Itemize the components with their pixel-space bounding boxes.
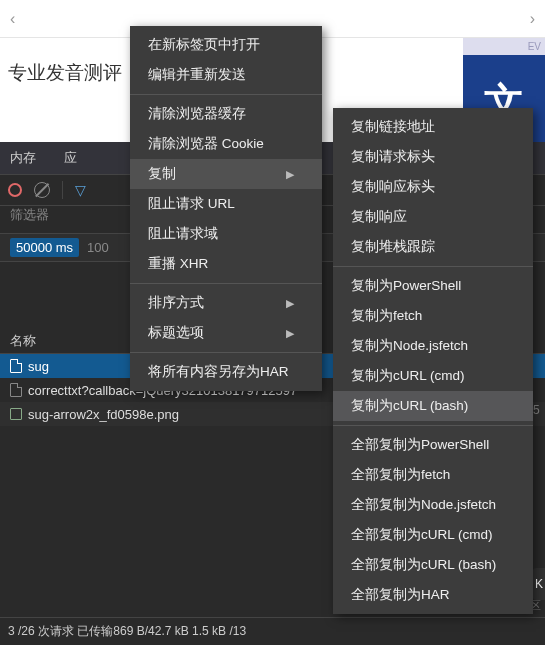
menu-copy-nodefetch[interactable]: 复制为Node.jsfetch [333, 331, 533, 361]
blue-stripe: EV [463, 38, 545, 55]
time-100[interactable]: 100 [87, 240, 109, 255]
menu-copy-all-powershell[interactable]: 全部复制为PowerShell [333, 430, 533, 460]
menu-copy-stack[interactable]: 复制堆栈跟踪 [333, 232, 533, 262]
menu-header-options[interactable]: 标题选项▶ [130, 318, 322, 348]
menu-separator [333, 425, 533, 426]
menu-copy-fetch[interactable]: 复制为fetch [333, 301, 533, 331]
menu-separator [333, 266, 533, 267]
side-badge[interactable]: K [533, 568, 545, 600]
menu-block-domain[interactable]: 阻止请求域 [130, 219, 322, 249]
menu-copy-link[interactable]: 复制链接地址 [333, 112, 533, 142]
right-slice-text: 5 [533, 400, 545, 420]
chevron-left-icon[interactable]: ‹ [10, 10, 15, 28]
chevron-right-icon: ▶ [286, 327, 294, 340]
menu-copy-res-headers[interactable]: 复制响应标头 [333, 172, 533, 202]
filter-label: 筛选器 [10, 207, 49, 222]
menu-sort[interactable]: 排序方式▶ [130, 288, 322, 318]
context-submenu-copy: 复制链接地址 复制请求标头 复制响应标头 复制响应 复制堆栈跟踪 复制为Powe… [333, 108, 533, 614]
menu-copy-all-curl-bash[interactable]: 全部复制为cURL (bash) [333, 550, 533, 580]
menu-separator [130, 94, 322, 95]
menu-separator [130, 352, 322, 353]
chevron-right-icon: ▶ [286, 168, 294, 181]
toolbar-divider [62, 181, 63, 199]
menu-copy-powershell[interactable]: 复制为PowerShell [333, 271, 533, 301]
menu-replay-xhr[interactable]: 重播 XHR [130, 249, 322, 279]
status-bar: 3 /26 次请求 已传输869 B/42.7 kB 1.5 kB /13 [0, 617, 545, 645]
context-menu: 在新标签页中打开 编辑并重新发送 清除浏览器缓存 清除浏览器 Cookie 复制… [130, 26, 322, 391]
tab-application[interactable]: 应 [64, 149, 77, 167]
menu-open-new-tab[interactable]: 在新标签页中打开 [130, 30, 322, 60]
menu-block-url[interactable]: 阻止请求 URL [130, 189, 322, 219]
cell-name: sug-arrow2x_fd0598e.png [28, 407, 179, 422]
menu-copy-all-fetch[interactable]: 全部复制为fetch [333, 460, 533, 490]
cell-name: sug [28, 359, 49, 374]
menu-clear-cache[interactable]: 清除浏览器缓存 [130, 99, 322, 129]
clear-icon[interactable] [34, 182, 50, 198]
file-icon [10, 383, 22, 397]
record-icon[interactable] [8, 183, 22, 197]
menu-edit-resend[interactable]: 编辑并重新发送 [130, 60, 322, 90]
menu-copy-all-curl-cmd[interactable]: 全部复制为cURL (cmd) [333, 520, 533, 550]
menu-copy[interactable]: 复制▶ [130, 159, 322, 189]
menu-copy-curl-bash[interactable]: 复制为cURL (bash) [333, 391, 533, 421]
file-icon [10, 359, 22, 373]
menu-save-har[interactable]: 将所有内容另存为HAR [130, 357, 322, 387]
chevron-right-icon: ▶ [286, 297, 294, 310]
menu-separator [130, 283, 322, 284]
tab-memory[interactable]: 内存 [10, 149, 36, 167]
menu-copy-response[interactable]: 复制响应 [333, 202, 533, 232]
page-banner-text: 专业发音测评！ [0, 58, 149, 88]
filter-icon[interactable]: ▽ [75, 182, 86, 198]
menu-copy-curl-cmd[interactable]: 复制为cURL (cmd) [333, 361, 533, 391]
chevron-right-icon[interactable]: › [530, 10, 535, 28]
menu-copy-all-nodefetch[interactable]: 全部复制为Node.jsfetch [333, 490, 533, 520]
time-50000[interactable]: 50000 ms [10, 238, 79, 257]
image-icon [10, 408, 22, 420]
menu-clear-cookie[interactable]: 清除浏览器 Cookie [130, 129, 322, 159]
menu-copy-req-headers[interactable]: 复制请求标头 [333, 142, 533, 172]
menu-copy-all-har[interactable]: 全部复制为HAR [333, 580, 533, 610]
